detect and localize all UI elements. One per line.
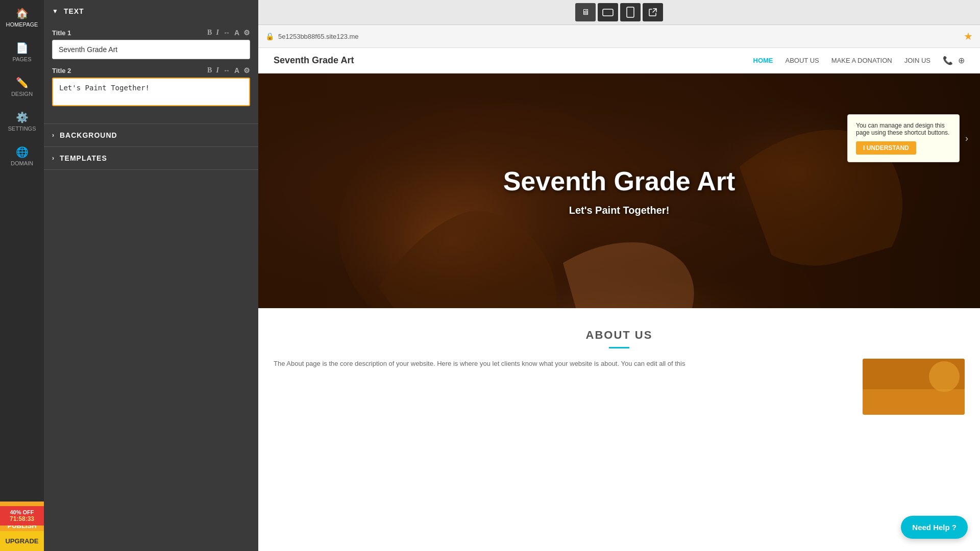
title2-italic-icon[interactable]: I (216, 66, 218, 74)
sidebar-nav: 🏠 HOMEPAGE 📄 PAGES ✏️ DESIGN ⚙️ SETTINGS… (0, 0, 44, 551)
sidebar-label-design: DESIGN (11, 91, 33, 97)
title2-width-icon[interactable]: ↔ (223, 66, 230, 74)
site-menu: HOME ABOUT US MAKE A DONATION JOIN US 📞 … (753, 56, 965, 65)
title1-tools: B I ↔ A ⚙ (207, 29, 250, 37)
title1-label: Title 1 (52, 29, 71, 37)
settings-icon: ⚙️ (16, 111, 29, 123)
address-bar: 🔒 5e1253bb88f65.site123.me ★ (258, 25, 980, 48)
share-icon[interactable]: ⊕ (958, 56, 965, 65)
favorite-star-icon[interactable]: ★ (964, 30, 973, 42)
nav-item-about[interactable]: ABOUT US (786, 57, 819, 64)
title2-tools: B I ↔ A ⚙ (207, 66, 250, 74)
text-chevron: ▼ (52, 8, 59, 15)
tooltip-text: You can manage and design this page usin… (856, 122, 951, 136)
title2-label: Title 2 (52, 67, 71, 74)
tooltip-popup: You can manage and design this page usin… (847, 114, 960, 162)
about-divider (609, 347, 629, 348)
nav-item-home[interactable]: HOME (753, 57, 773, 64)
external-link-button[interactable] (643, 3, 663, 21)
about-content: The About page is the core description o… (274, 359, 965, 415)
desktop-view-button[interactable]: 🖥 (575, 3, 596, 21)
about-text: The About page is the core description o… (274, 359, 847, 369)
background-section: › BACKGROUND (44, 124, 258, 147)
title1-settings-icon[interactable]: ⚙ (243, 29, 250, 37)
promo-timer: 71:58:33 (2, 515, 42, 522)
title1-field-group: Title 1 B I ↔ A ⚙ (52, 29, 250, 59)
title1-input[interactable] (52, 40, 250, 59)
nav-item-donation[interactable]: MAKE A DONATION (831, 57, 892, 64)
site-menu-icons: 📞 ⊕ (943, 56, 965, 65)
text-section-label: TEXT (64, 7, 84, 15)
title2-bold-icon[interactable]: B (207, 66, 212, 74)
svg-rect-0 (603, 9, 613, 16)
title2-color-icon[interactable]: A (234, 66, 239, 74)
title1-width-icon[interactable]: ↔ (223, 29, 230, 37)
main-area: 🖥 🔒 5e1253bb88f65.site123.me ★ Seventh G… (258, 0, 980, 551)
text-section: ▼ TEXT Title 1 B I ↔ A ⚙ (44, 0, 258, 124)
site-logo: Seventh Grade Art (274, 55, 354, 66)
design-icon: ✏️ (16, 77, 29, 89)
background-chevron: › (52, 132, 55, 139)
title2-field-group: Title 2 B I ↔ A ⚙ (52, 66, 250, 108)
device-toolbar: 🖥 (258, 0, 980, 25)
nav-item-join[interactable]: JOIN US (904, 57, 930, 64)
about-image (863, 359, 965, 415)
sidebar-label-homepage: HOMEPAGE (6, 21, 38, 28)
hero-subtitle: Let's Paint Together! (503, 205, 736, 216)
text-section-content: Title 1 B I ↔ A ⚙ Title 2 B (44, 22, 258, 123)
title2-label-row: Title 2 B I ↔ A ⚙ (52, 66, 250, 74)
sidebar-label-domain: DOMAIN (11, 160, 33, 166)
hero-title: Seventh Grade Art (503, 166, 736, 196)
tablet-portrait-button[interactable] (620, 3, 641, 21)
tablet-landscape-button[interactable] (598, 3, 618, 21)
title2-settings-icon[interactable]: ⚙ (243, 66, 250, 74)
svg-point-8 (929, 361, 960, 392)
templates-section-label: TEMPLATES (60, 154, 107, 162)
lock-icon: 🔒 (265, 32, 274, 40)
preview-frame: 🔒 5e1253bb88f65.site123.me ★ Seventh Gra… (258, 25, 980, 551)
hero-content: Seventh Grade Art Let's Paint Together! (503, 166, 736, 216)
upgrade-button[interactable]: UPGRADE (0, 531, 44, 551)
home-icon: 🏠 (16, 7, 29, 19)
sidebar-item-domain[interactable]: 🌐 DOMAIN (0, 139, 44, 173)
domain-icon: 🌐 (16, 146, 29, 158)
address-bar-left: 🔒 5e1253bb88f65.site123.me (265, 32, 359, 40)
tooltip-understand-button[interactable]: I UNDERSTAND (856, 141, 916, 155)
promo-discount: 40% OFF (2, 509, 42, 515)
about-section: ABOUT US The About page is the core desc… (258, 308, 980, 425)
url-text: 5e1253bb88f65.site123.me (278, 33, 359, 40)
title1-italic-icon[interactable]: I (216, 29, 218, 37)
title1-color-icon[interactable]: A (234, 29, 239, 37)
phone-icon[interactable]: 📞 (943, 56, 953, 65)
site-nav: Seventh Grade Art HOME ABOUT US MAKE A D… (258, 48, 980, 73)
sidebar-item-design[interactable]: ✏️ DESIGN (0, 69, 44, 104)
editor-panel: ▼ TEXT Title 1 B I ↔ A ⚙ (44, 0, 258, 551)
about-section-title: ABOUT US (274, 329, 965, 342)
sidebar-item-pages[interactable]: 📄 PAGES (0, 35, 44, 69)
title1-bold-icon[interactable]: B (207, 29, 212, 37)
sidebar-label-pages: PAGES (12, 56, 31, 62)
sidebar-item-homepage[interactable]: 🏠 HOMEPAGE (0, 0, 44, 35)
sidebar-label-settings: SETTINGS (8, 126, 36, 132)
preview-container: 🔒 5e1253bb88f65.site123.me ★ Seventh Gra… (258, 25, 980, 551)
title1-label-row: Title 1 B I ↔ A ⚙ (52, 29, 250, 37)
templates-chevron: › (52, 155, 55, 162)
templates-section: › TEMPLATES (44, 147, 258, 170)
hero-section: Seventh Grade Art Let's Paint Together! … (258, 73, 980, 308)
templates-section-header[interactable]: › TEMPLATES (44, 147, 258, 169)
pages-icon: 📄 (16, 42, 29, 54)
text-section-header[interactable]: ▼ TEXT (44, 0, 258, 22)
svg-rect-1 (627, 7, 634, 17)
tooltip-arrow: › (965, 133, 968, 144)
need-help-button[interactable]: Need Help ? (901, 516, 968, 539)
promo-banner: 40% OFF 71:58:33 (0, 506, 44, 525)
background-section-header[interactable]: › BACKGROUND (44, 124, 258, 146)
background-section-label: BACKGROUND (60, 131, 117, 139)
title2-input[interactable] (52, 78, 250, 106)
sidebar-item-settings[interactable]: ⚙️ SETTINGS (0, 104, 44, 139)
